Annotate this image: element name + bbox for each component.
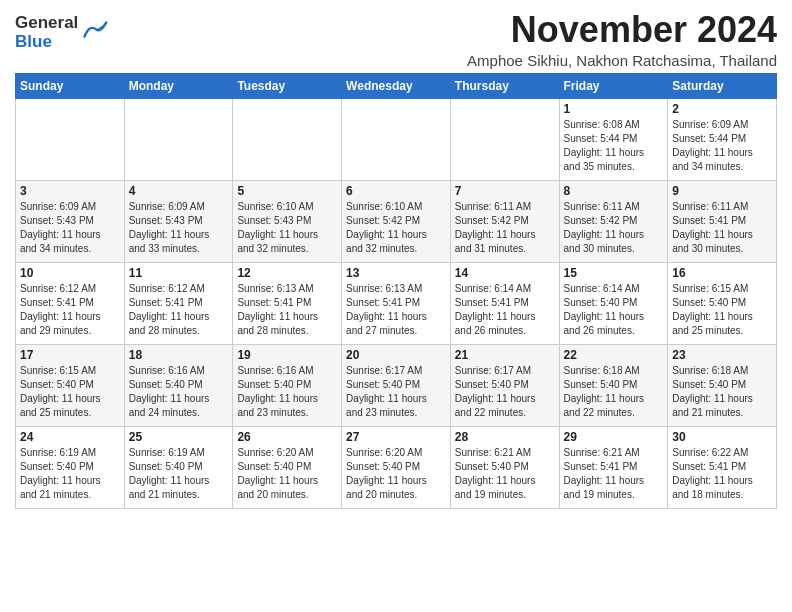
day-number: 2 (672, 102, 772, 116)
calendar-day-30: 30Sunrise: 6:22 AMSunset: 5:41 PMDayligh… (668, 426, 777, 508)
day-info: Sunrise: 6:15 AMSunset: 5:40 PMDaylight:… (672, 283, 753, 336)
calendar-day-27: 27Sunrise: 6:20 AMSunset: 5:40 PMDayligh… (342, 426, 451, 508)
calendar-day-25: 25Sunrise: 6:19 AMSunset: 5:40 PMDayligh… (124, 426, 233, 508)
day-number: 7 (455, 184, 555, 198)
day-number: 18 (129, 348, 229, 362)
calendar-day-10: 10Sunrise: 6:12 AMSunset: 5:41 PMDayligh… (16, 262, 125, 344)
day-number: 20 (346, 348, 446, 362)
day-info: Sunrise: 6:18 AMSunset: 5:40 PMDaylight:… (672, 365, 753, 418)
calendar-day-13: 13Sunrise: 6:13 AMSunset: 5:41 PMDayligh… (342, 262, 451, 344)
calendar-day-26: 26Sunrise: 6:20 AMSunset: 5:40 PMDayligh… (233, 426, 342, 508)
calendar-day-3: 3Sunrise: 6:09 AMSunset: 5:43 PMDaylight… (16, 180, 125, 262)
calendar-day-20: 20Sunrise: 6:17 AMSunset: 5:40 PMDayligh… (342, 344, 451, 426)
day-info: Sunrise: 6:17 AMSunset: 5:40 PMDaylight:… (346, 365, 427, 418)
day-info: Sunrise: 6:11 AMSunset: 5:42 PMDaylight:… (455, 201, 536, 254)
calendar-day-6: 6Sunrise: 6:10 AMSunset: 5:42 PMDaylight… (342, 180, 451, 262)
calendar-day-18: 18Sunrise: 6:16 AMSunset: 5:40 PMDayligh… (124, 344, 233, 426)
day-info: Sunrise: 6:20 AMSunset: 5:40 PMDaylight:… (346, 447, 427, 500)
day-info: Sunrise: 6:21 AMSunset: 5:40 PMDaylight:… (455, 447, 536, 500)
calendar-day-16: 16Sunrise: 6:15 AMSunset: 5:40 PMDayligh… (668, 262, 777, 344)
calendar-empty-cell (124, 98, 233, 180)
month-title: November 2024 (467, 10, 777, 50)
calendar-empty-cell (342, 98, 451, 180)
location-subtitle: Amphoe Sikhiu, Nakhon Ratchasima, Thaila… (467, 52, 777, 69)
day-number: 10 (20, 266, 120, 280)
day-number: 6 (346, 184, 446, 198)
logo-text: General Blue (15, 14, 78, 51)
day-number: 15 (564, 266, 664, 280)
weekday-header-tuesday: Tuesday (233, 73, 342, 98)
day-number: 19 (237, 348, 337, 362)
calendar-day-4: 4Sunrise: 6:09 AMSunset: 5:43 PMDaylight… (124, 180, 233, 262)
day-info: Sunrise: 6:09 AMSunset: 5:43 PMDaylight:… (129, 201, 210, 254)
day-info: Sunrise: 6:15 AMSunset: 5:40 PMDaylight:… (20, 365, 101, 418)
day-number: 23 (672, 348, 772, 362)
day-number: 11 (129, 266, 229, 280)
weekday-header-sunday: Sunday (16, 73, 125, 98)
calendar-week-row: 17Sunrise: 6:15 AMSunset: 5:40 PMDayligh… (16, 344, 777, 426)
day-info: Sunrise: 6:11 AMSunset: 5:41 PMDaylight:… (672, 201, 753, 254)
header: General Blue November 2024 Amphoe Sikhiu… (15, 10, 777, 69)
weekday-header-wednesday: Wednesday (342, 73, 451, 98)
calendar-week-row: 3Sunrise: 6:09 AMSunset: 5:43 PMDaylight… (16, 180, 777, 262)
logo-general-text: General (15, 14, 78, 33)
day-info: Sunrise: 6:16 AMSunset: 5:40 PMDaylight:… (237, 365, 318, 418)
day-info: Sunrise: 6:19 AMSunset: 5:40 PMDaylight:… (129, 447, 210, 500)
calendar-day-15: 15Sunrise: 6:14 AMSunset: 5:40 PMDayligh… (559, 262, 668, 344)
calendar-day-2: 2Sunrise: 6:09 AMSunset: 5:44 PMDaylight… (668, 98, 777, 180)
day-number: 14 (455, 266, 555, 280)
calendar-day-24: 24Sunrise: 6:19 AMSunset: 5:40 PMDayligh… (16, 426, 125, 508)
day-info: Sunrise: 6:13 AMSunset: 5:41 PMDaylight:… (346, 283, 427, 336)
weekday-header-monday: Monday (124, 73, 233, 98)
day-info: Sunrise: 6:10 AMSunset: 5:42 PMDaylight:… (346, 201, 427, 254)
day-number: 21 (455, 348, 555, 362)
calendar-day-28: 28Sunrise: 6:21 AMSunset: 5:40 PMDayligh… (450, 426, 559, 508)
day-number: 25 (129, 430, 229, 444)
calendar-day-1: 1Sunrise: 6:08 AMSunset: 5:44 PMDaylight… (559, 98, 668, 180)
logo-blue-text: Blue (15, 33, 78, 52)
day-info: Sunrise: 6:09 AMSunset: 5:43 PMDaylight:… (20, 201, 101, 254)
day-info: Sunrise: 6:12 AMSunset: 5:41 PMDaylight:… (129, 283, 210, 336)
calendar-day-29: 29Sunrise: 6:21 AMSunset: 5:41 PMDayligh… (559, 426, 668, 508)
day-info: Sunrise: 6:14 AMSunset: 5:41 PMDaylight:… (455, 283, 536, 336)
calendar-day-7: 7Sunrise: 6:11 AMSunset: 5:42 PMDaylight… (450, 180, 559, 262)
day-number: 4 (129, 184, 229, 198)
logo: General Blue (15, 14, 109, 51)
day-info: Sunrise: 6:13 AMSunset: 5:41 PMDaylight:… (237, 283, 318, 336)
day-number: 16 (672, 266, 772, 280)
calendar-empty-cell (450, 98, 559, 180)
calendar-day-17: 17Sunrise: 6:15 AMSunset: 5:40 PMDayligh… (16, 344, 125, 426)
calendar-table: SundayMondayTuesdayWednesdayThursdayFrid… (15, 73, 777, 509)
calendar-week-row: 24Sunrise: 6:19 AMSunset: 5:40 PMDayligh… (16, 426, 777, 508)
day-number: 8 (564, 184, 664, 198)
calendar-empty-cell (233, 98, 342, 180)
weekday-header-row: SundayMondayTuesdayWednesdayThursdayFrid… (16, 73, 777, 98)
calendar-day-14: 14Sunrise: 6:14 AMSunset: 5:41 PMDayligh… (450, 262, 559, 344)
day-number: 27 (346, 430, 446, 444)
weekday-header-friday: Friday (559, 73, 668, 98)
day-number: 28 (455, 430, 555, 444)
day-number: 5 (237, 184, 337, 198)
day-info: Sunrise: 6:09 AMSunset: 5:44 PMDaylight:… (672, 119, 753, 172)
day-info: Sunrise: 6:21 AMSunset: 5:41 PMDaylight:… (564, 447, 645, 500)
title-block: November 2024 Amphoe Sikhiu, Nakhon Ratc… (467, 10, 777, 69)
logo-bird-icon (81, 17, 109, 45)
day-info: Sunrise: 6:14 AMSunset: 5:40 PMDaylight:… (564, 283, 645, 336)
day-info: Sunrise: 6:16 AMSunset: 5:40 PMDaylight:… (129, 365, 210, 418)
day-number: 22 (564, 348, 664, 362)
weekday-header-thursday: Thursday (450, 73, 559, 98)
day-number: 1 (564, 102, 664, 116)
day-info: Sunrise: 6:12 AMSunset: 5:41 PMDaylight:… (20, 283, 101, 336)
calendar-week-row: 1Sunrise: 6:08 AMSunset: 5:44 PMDaylight… (16, 98, 777, 180)
day-info: Sunrise: 6:22 AMSunset: 5:41 PMDaylight:… (672, 447, 753, 500)
calendar-day-11: 11Sunrise: 6:12 AMSunset: 5:41 PMDayligh… (124, 262, 233, 344)
calendar-empty-cell (16, 98, 125, 180)
calendar-day-22: 22Sunrise: 6:18 AMSunset: 5:40 PMDayligh… (559, 344, 668, 426)
page: General Blue November 2024 Amphoe Sikhiu… (0, 0, 792, 519)
day-number: 12 (237, 266, 337, 280)
day-number: 9 (672, 184, 772, 198)
day-number: 3 (20, 184, 120, 198)
day-info: Sunrise: 6:17 AMSunset: 5:40 PMDaylight:… (455, 365, 536, 418)
day-number: 24 (20, 430, 120, 444)
day-info: Sunrise: 6:19 AMSunset: 5:40 PMDaylight:… (20, 447, 101, 500)
